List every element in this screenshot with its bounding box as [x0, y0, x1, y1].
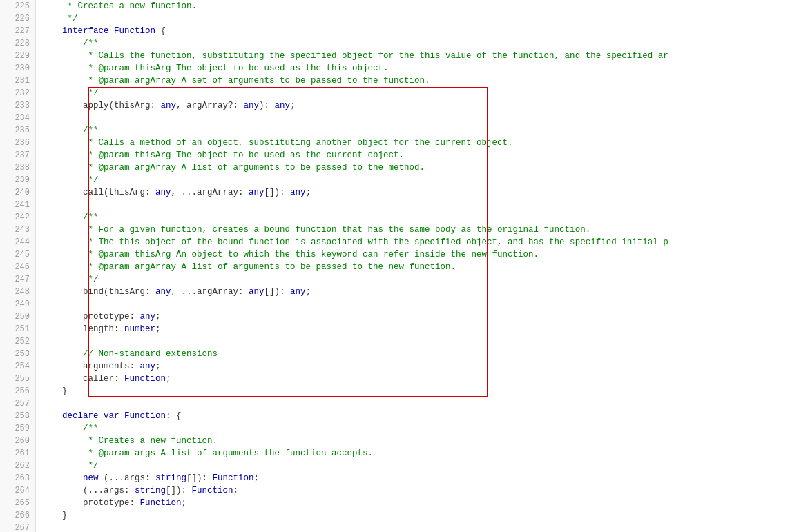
line-number: 230 [0, 62, 35, 75]
code-line [41, 335, 790, 348]
line-number: 267 [0, 522, 35, 532]
code-line [41, 397, 790, 410]
line-number: 247 [0, 273, 35, 286]
code-line [41, 522, 790, 532]
line-number: 226 [0, 12, 35, 25]
line-number: 236 [0, 137, 35, 149]
line-number: 244 [0, 236, 35, 248]
code-line: arguments: any; [41, 360, 790, 373]
line-number: 257 [0, 397, 35, 410]
code-line: } [41, 509, 790, 522]
code-line: * Creates a new function. [41, 435, 790, 447]
line-number: 245 [0, 248, 35, 261]
line-number: 234 [0, 112, 35, 124]
line-number: 249 [0, 298, 35, 311]
line-number: 231 [0, 75, 35, 87]
code-line: * Calls a method of an object, substitut… [41, 137, 790, 149]
code-line: * @param args A list of arguments the fu… [41, 447, 790, 460]
line-number: 259 [0, 422, 35, 435]
line-number: 256 [0, 385, 35, 397]
line-number: 225 [0, 0, 35, 12]
code-line: declare var Function: { [41, 410, 790, 422]
code-line: (...args: string[]): Function; [41, 484, 790, 497]
line-number: 262 [0, 460, 35, 472]
code-line: */ [41, 87, 790, 99]
line-number: 265 [0, 497, 35, 509]
code-line: * @param argArray A set of arguments to … [41, 75, 790, 87]
line-number: 255 [0, 373, 35, 385]
line-number: 248 [0, 286, 35, 298]
code-line: * @param thisArg An object to which the … [41, 248, 790, 261]
code-line: * @param thisArg The object to be used a… [41, 149, 790, 161]
line-number: 227 [0, 25, 35, 37]
code-editor: 2252262272282292302312322332342352362372… [0, 0, 790, 532]
code-line: * Calls the function, substituting the s… [41, 50, 790, 62]
line-number: 253 [0, 348, 35, 360]
code-line: interface Function { [41, 25, 790, 37]
code-line: prototype: Function; [41, 497, 790, 509]
code-line [41, 298, 790, 311]
code-line: * The this object of the bound function … [41, 236, 790, 248]
code-line: /** [41, 422, 790, 435]
code-line: /** [41, 124, 790, 137]
code-line: apply(thisArg: any, argArray?: any): any… [41, 99, 790, 112]
code-line: */ [41, 12, 790, 25]
line-number: 228 [0, 37, 35, 50]
line-number: 251 [0, 323, 35, 335]
line-numbers: 2252262272282292302312322332342352362372… [0, 0, 36, 532]
line-number: 263 [0, 472, 35, 484]
line-number: 229 [0, 50, 35, 62]
line-number: 243 [0, 224, 35, 236]
line-number: 264 [0, 484, 35, 497]
code-line: length: number; [41, 323, 790, 335]
code-line: new (...args: string[]): Function; [41, 472, 790, 484]
code-line: * For a given function, creates a bound … [41, 224, 790, 236]
code-line: bind(thisArg: any, ...argArray: any[]): … [41, 286, 790, 298]
code-line: } [41, 385, 790, 397]
code-line: prototype: any; [41, 311, 790, 323]
line-number: 235 [0, 124, 35, 137]
code-line: /** [41, 37, 790, 50]
code-line: * Creates a new function. [41, 0, 790, 12]
line-number: 237 [0, 149, 35, 161]
line-number: 232 [0, 87, 35, 99]
code-line: */ [41, 460, 790, 472]
code-line [41, 112, 790, 124]
line-number: 246 [0, 261, 35, 273]
line-number: 239 [0, 174, 35, 186]
line-number: 260 [0, 435, 35, 447]
line-number: 241 [0, 199, 35, 211]
line-number: 240 [0, 186, 35, 199]
line-number: 266 [0, 509, 35, 522]
code-area: * Creates a new function. */ interface F… [36, 0, 790, 532]
code-line: */ [41, 273, 790, 286]
line-number: 252 [0, 335, 35, 348]
code-line: * @param argArray A list of arguments to… [41, 261, 790, 273]
code-line: */ [41, 174, 790, 186]
code-line: * @param argArray A list of arguments to… [41, 161, 790, 174]
code-line: // Non-standard extensions [41, 348, 790, 360]
code-line: * @param thisArg The object to be used a… [41, 62, 790, 75]
code-line: /** [41, 211, 790, 224]
line-number: 238 [0, 161, 35, 174]
line-number: 233 [0, 99, 35, 112]
line-number: 258 [0, 410, 35, 422]
line-number: 261 [0, 447, 35, 460]
line-number: 250 [0, 311, 35, 323]
code-line: call(thisArg: any, ...argArray: any[]): … [41, 186, 790, 199]
line-number: 254 [0, 360, 35, 373]
line-number: 242 [0, 211, 35, 224]
code-line [41, 199, 790, 211]
code-line: caller: Function; [41, 373, 790, 385]
